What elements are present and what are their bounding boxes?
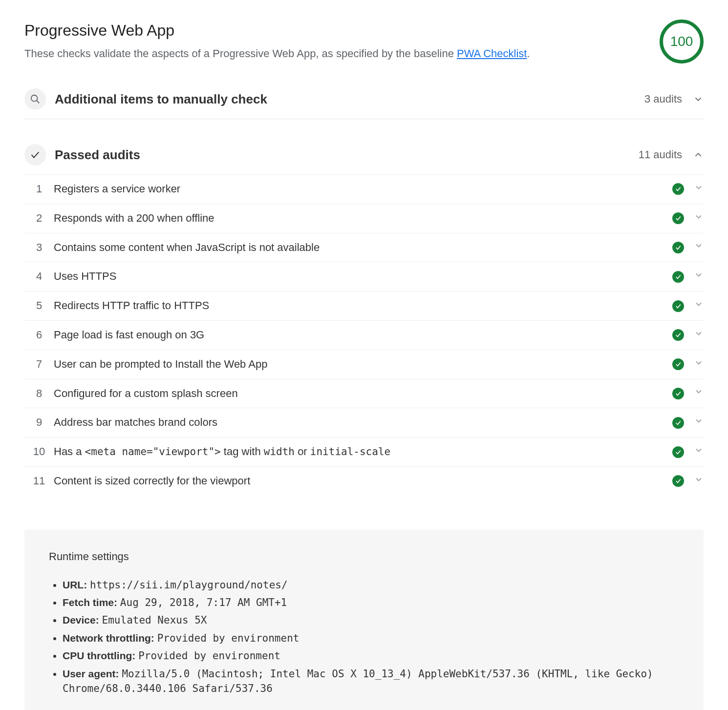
section-manual-toggle[interactable]: Additional items to manually check 3 aud… xyxy=(24,85,704,119)
audit-index: 7 xyxy=(24,357,54,372)
expand-audit[interactable] xyxy=(694,241,704,254)
pass-icon xyxy=(672,417,684,429)
expand-audit[interactable] xyxy=(694,416,704,429)
audit-row[interactable]: 10Has a <meta name="viewport"> tag with … xyxy=(24,437,704,466)
category-title: Progressive Web App xyxy=(24,20,530,42)
runtime-url-label: URL: xyxy=(63,579,87,590)
svg-point-0 xyxy=(31,95,38,102)
pass-icon xyxy=(672,242,684,253)
section-manual-checks: Additional items to manually check 3 aud… xyxy=(24,85,704,119)
section-passed-count: 11 audits xyxy=(639,147,682,163)
chevron-down-icon xyxy=(694,212,704,222)
pass-icon xyxy=(672,446,684,458)
runtime-net-label: Network throttling: xyxy=(63,632,154,644)
audit-index: 4 xyxy=(24,269,54,284)
audit-title: Responds with a 200 when offline xyxy=(54,211,672,226)
audit-index: 3 xyxy=(24,240,54,255)
audit-index: 11 xyxy=(24,474,54,489)
runtime-list: URL: https://sii.im/playground/notes/ Fe… xyxy=(49,576,679,698)
expand-audit[interactable] xyxy=(694,270,704,283)
check-icon xyxy=(24,144,46,166)
pass-icon xyxy=(672,475,684,487)
pass-icon xyxy=(672,271,684,283)
score-value: 100 xyxy=(670,32,693,51)
audit-row[interactable]: 5Redirects HTTP traffic to HTTPS xyxy=(24,291,704,320)
runtime-cpu-throttling: CPU throttling: Provided by environment xyxy=(63,647,679,665)
runtime-cpu-label: CPU throttling: xyxy=(63,650,135,661)
chevron-down-icon xyxy=(694,358,704,368)
section-passed-audits: Passed audits 11 audits 1Registers a ser… xyxy=(24,141,704,496)
pass-icon xyxy=(672,212,684,224)
audit-row[interactable]: 2Responds with a 200 when offline xyxy=(24,204,704,233)
chevron-down-icon xyxy=(694,475,704,484)
pass-icon xyxy=(672,388,684,399)
expand-audit[interactable] xyxy=(694,299,704,313)
expand-audit[interactable] xyxy=(694,183,704,196)
expand-audit[interactable] xyxy=(694,387,704,400)
audit-index: 10 xyxy=(24,444,54,459)
audit-row[interactable]: 3Contains some content when JavaScript i… xyxy=(24,233,704,262)
category-header: Progressive Web App These checks validat… xyxy=(24,20,704,63)
chevron-down-icon xyxy=(693,94,704,104)
expand-audit[interactable] xyxy=(694,358,704,371)
section-manual-count: 3 audits xyxy=(644,92,682,107)
audit-row[interactable]: 9Address bar matches brand colors xyxy=(24,408,704,437)
runtime-device-label: Device: xyxy=(63,614,99,626)
audit-title: Redirects HTTP traffic to HTTPS xyxy=(54,298,672,313)
chevron-down-icon xyxy=(694,329,704,338)
section-passed-title: Passed audits xyxy=(55,146,639,164)
audit-row[interactable]: 1Registers a service worker xyxy=(24,174,704,204)
section-passed-toggle[interactable]: Passed audits 11 audits xyxy=(24,141,704,174)
audit-title: Registers a service worker xyxy=(54,182,672,197)
audit-index: 1 xyxy=(24,182,54,197)
expand-audit[interactable] xyxy=(694,475,704,488)
runtime-url: URL: https://sii.im/playground/notes/ xyxy=(63,576,679,594)
pass-icon xyxy=(672,358,684,370)
runtime-fetch-label: Fetch time: xyxy=(63,597,117,608)
runtime-cpu-value: Provided by environment xyxy=(138,650,280,662)
pass-icon xyxy=(672,329,684,341)
audit-index: 9 xyxy=(24,415,54,430)
expand-audit[interactable] xyxy=(694,212,704,225)
category-header-text: Progressive Web App These checks validat… xyxy=(24,20,530,62)
chevron-down-icon xyxy=(694,270,704,280)
audit-row[interactable]: 7User can be prompted to Install the Web… xyxy=(24,350,704,379)
chevron-up-icon xyxy=(693,149,704,160)
runtime-device: Device: Emulated Nexus 5X xyxy=(63,611,679,629)
expand-audit[interactable] xyxy=(694,329,704,342)
chevron-down-icon xyxy=(694,183,704,192)
expand-audit[interactable] xyxy=(694,445,704,459)
audit-row[interactable]: 4Uses HTTPS xyxy=(24,262,704,291)
audit-row[interactable]: 6Page load is fast enough on 3G xyxy=(24,320,704,350)
chevron-down-icon xyxy=(694,241,704,251)
audit-row[interactable]: 11Content is sized correctly for the vie… xyxy=(24,466,704,496)
chevron-down-icon xyxy=(694,445,704,455)
runtime-settings: Runtime settings URL: https://sii.im/pla… xyxy=(24,530,704,710)
runtime-device-value: Emulated Nexus 5X xyxy=(102,614,207,626)
runtime-net-value: Provided by environment xyxy=(157,632,300,644)
pwa-checklist-link[interactable]: PWA Checklist xyxy=(457,47,527,60)
runtime-user-agent: User agent: Mozilla/5.0 (Macintosh; Inte… xyxy=(63,665,679,698)
audit-title: Address bar matches brand colors xyxy=(54,415,672,430)
audit-title: Content is sized correctly for the viewp… xyxy=(54,474,672,489)
search-icon xyxy=(24,88,46,110)
chevron-down-icon xyxy=(694,387,704,397)
runtime-url-value: https://sii.im/playground/notes/ xyxy=(90,579,288,591)
chevron-down-icon xyxy=(694,416,704,426)
category-description: These checks validate the aspects of a P… xyxy=(24,46,530,62)
audit-index: 5 xyxy=(24,298,54,313)
section-manual-title: Additional items to manually check xyxy=(55,90,644,108)
audit-title: Uses HTTPS xyxy=(54,269,672,284)
svg-line-1 xyxy=(37,101,39,103)
chevron-down-icon xyxy=(694,299,704,309)
pass-icon xyxy=(672,183,684,195)
score-gauge: 100 xyxy=(660,20,704,63)
audit-title: Has a <meta name="viewport"> tag with wi… xyxy=(54,444,672,459)
pass-icon xyxy=(672,300,684,312)
runtime-fetch-value: Aug 29, 2018, 7:17 AM GMT+1 xyxy=(120,597,287,608)
audit-row[interactable]: 8Configured for a custom splash screen xyxy=(24,379,704,408)
audit-index: 8 xyxy=(24,386,54,401)
audit-title: Page load is fast enough on 3G xyxy=(54,328,672,343)
audit-index: 6 xyxy=(24,328,54,343)
passed-audit-list: 1Registers a service worker2Responds wit… xyxy=(24,174,704,496)
